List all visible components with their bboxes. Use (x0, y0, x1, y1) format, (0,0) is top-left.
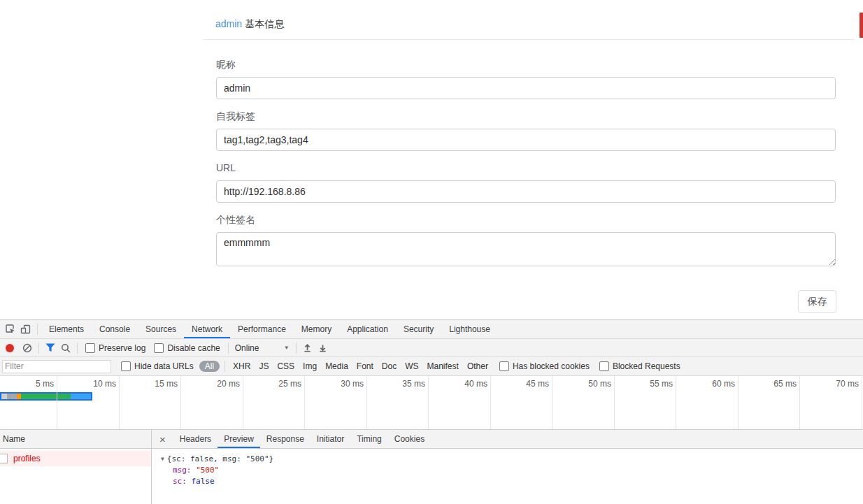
details-tab-initiator[interactable]: Initiator (311, 430, 350, 448)
filter-pill-media[interactable]: Media (321, 361, 352, 372)
devtools-tab-bar: ElementsConsoleSourcesNetworkPerformance… (0, 320, 863, 339)
details-tab-preview[interactable]: Preview (217, 430, 260, 448)
filter-pill-ws[interactable]: WS (401, 361, 422, 372)
disable-cache-label: Disable cache (167, 343, 220, 353)
timeline-tick-label: 35 ms (383, 379, 425, 389)
details-tab-timing[interactable]: Timing (350, 430, 388, 448)
name-column-header[interactable]: Name (0, 430, 151, 449)
timeline-grid-line (243, 376, 243, 429)
filter-pill-xhr[interactable]: XHR (229, 361, 255, 372)
blocked-requests-checkbox[interactable] (599, 361, 609, 371)
timeline-tick-label: 50 ms (569, 379, 611, 389)
details-tab-response[interactable]: Response (260, 430, 311, 448)
signature-label: 个性签名 (216, 214, 255, 226)
timeline-grid-line (614, 376, 615, 429)
tab-application[interactable]: Application (339, 320, 396, 338)
timeline-grid-line (490, 376, 491, 429)
tags-input[interactable] (216, 129, 836, 151)
preview-property[interactable]: sc: false (173, 476, 863, 487)
filter-pill-doc[interactable]: Doc (378, 361, 401, 372)
timeline-tick-label: 15 ms (136, 379, 178, 389)
resource-type-pills: AllXHRJSCSSImgMediaFontDocWSManifestOthe… (198, 361, 492, 372)
property-value: false (192, 477, 215, 486)
hide-data-urls-toggle[interactable]: Hide data URLs (121, 361, 194, 371)
url-input[interactable] (216, 180, 836, 203)
network-timeline[interactable]: 5 ms10 ms15 ms20 ms25 ms30 ms35 ms40 ms4… (0, 376, 863, 430)
tab-security[interactable]: Security (396, 320, 441, 338)
timeline-tick-label: 10 ms (74, 379, 116, 389)
tab-elements[interactable]: Elements (41, 320, 92, 338)
record-button[interactable] (6, 344, 14, 352)
tab-lighthouse[interactable]: Lighthouse (441, 320, 498, 338)
preserve-log-toggle[interactable]: Preserve log (85, 343, 145, 353)
timeline-grid-line (428, 376, 429, 429)
preview-root-line[interactable]: ▼{sc: false, msg: "500"} (161, 454, 863, 465)
overview-segment (71, 394, 91, 399)
blocked-requests-toggle[interactable]: Blocked Requests (599, 361, 680, 371)
timeline-grid-line (304, 376, 305, 429)
device-toolbar-icon[interactable] (18, 322, 34, 337)
filter-pill-img[interactable]: Img (299, 361, 321, 372)
chevron-down-icon: ▼ (284, 345, 290, 351)
has-blocked-cookies-toggle[interactable]: Has blocked cookies (499, 361, 590, 371)
save-button[interactable]: 保存 (798, 290, 836, 313)
timeline-tick-label: 60 ms (693, 379, 735, 389)
filter-pill-js[interactable]: JS (255, 361, 273, 372)
filter-pill-font[interactable]: Font (352, 361, 378, 372)
filter-pill-all[interactable]: All (199, 361, 220, 372)
details-tab-cookies[interactable]: Cookies (388, 430, 431, 448)
username-link[interactable]: admin (215, 18, 242, 29)
filter-input[interactable] (2, 360, 111, 373)
timeline-grid-line (862, 376, 862, 429)
filter-pill-css[interactable]: CSS (273, 361, 299, 372)
request-list: profiles (0, 451, 151, 466)
timeline-grid-line (119, 376, 120, 429)
tab-performance[interactable]: Performance (230, 320, 294, 338)
devtools-panel: ElementsConsoleSourcesNetworkPerformance… (0, 319, 863, 504)
hide-data-urls-checkbox[interactable] (121, 361, 131, 371)
disclosure-triangle-icon[interactable]: ▼ (161, 454, 164, 465)
export-har-icon[interactable] (315, 340, 331, 356)
divider (224, 361, 225, 372)
search-icon[interactable] (58, 340, 73, 356)
timeline-tick-label: 20 ms (198, 379, 240, 389)
timeline-tick-label: 55 ms (631, 379, 673, 389)
timeline-grid-line (799, 376, 800, 429)
filter-icon[interactable] (43, 340, 58, 356)
tab-memory[interactable]: Memory (294, 320, 339, 338)
throttling-select[interactable]: Online ▼ (235, 343, 290, 353)
details-tab-strip: HeadersPreviewResponseInitiatorTimingCoo… (173, 430, 431, 448)
network-bottom-split: Name profiles × HeadersPreviewResponseIn… (0, 430, 863, 504)
divider (37, 324, 38, 335)
close-icon[interactable]: × (152, 433, 173, 445)
timeline-tick-label: 65 ms (755, 379, 797, 389)
overview-bar[interactable] (0, 392, 92, 401)
filter-pill-other[interactable]: Other (463, 361, 492, 372)
preserve-log-checkbox[interactable] (85, 343, 95, 353)
page-title: 基本信息 (245, 18, 284, 29)
disable-cache-checkbox[interactable] (154, 343, 164, 353)
filter-pill-manifest[interactable]: Manifest (423, 361, 463, 372)
details-tab-headers[interactable]: Headers (173, 430, 217, 448)
preview-property[interactable]: msg: "500" (173, 465, 863, 476)
scrollbar-error-marker (860, 13, 863, 38)
disable-cache-toggle[interactable]: Disable cache (154, 343, 220, 353)
tab-network[interactable]: Network (184, 320, 230, 338)
timeline-tick-label: 70 ms (817, 379, 859, 389)
tab-sources[interactable]: Sources (138, 320, 184, 338)
inspect-element-icon[interactable] (3, 322, 18, 337)
details-pane: × HeadersPreviewResponseInitiatorTimingC… (152, 430, 863, 504)
request-row[interactable]: profiles (0, 451, 151, 466)
has-blocked-cookies-checkbox[interactable] (499, 361, 509, 371)
network-toolbar: Preserve log Disable cache Online ▼ (0, 339, 863, 357)
signature-textarea[interactable]: emmmmm (216, 232, 836, 266)
tab-console[interactable]: Console (92, 320, 138, 338)
nickname-input[interactable] (216, 77, 836, 99)
import-har-icon[interactable] (300, 340, 315, 356)
property-key: msg: (173, 466, 196, 475)
header-divider (203, 39, 855, 40)
clear-icon[interactable] (20, 340, 35, 356)
blocked-requests-label: Blocked Requests (613, 361, 680, 371)
timeline-grid-line (738, 376, 739, 429)
divider (228, 343, 229, 354)
